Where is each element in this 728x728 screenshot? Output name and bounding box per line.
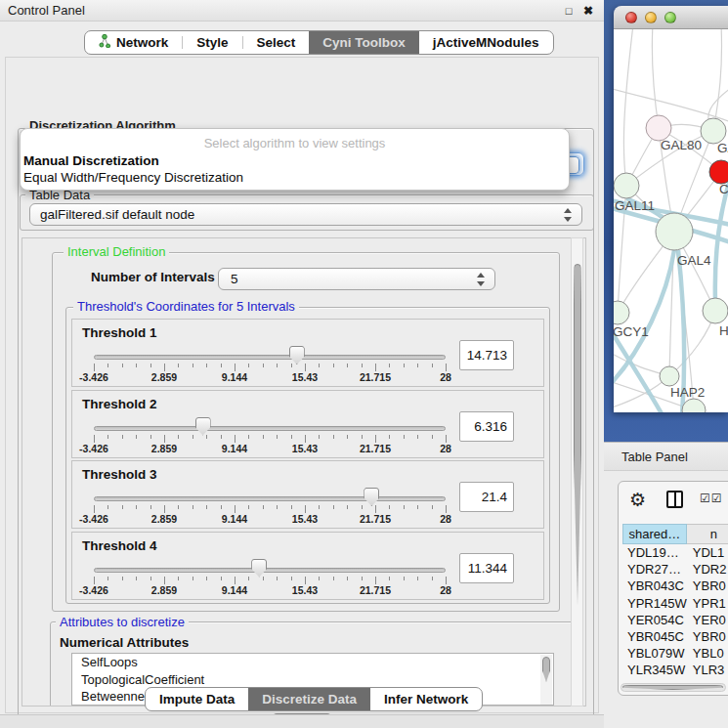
slider-scale-label: 2.859 bbox=[151, 584, 177, 596]
cell-shared-name[interactable]: YBR043C bbox=[622, 578, 689, 594]
network-node-gal11[interactable] bbox=[614, 173, 639, 198]
spinner-arrows-icon[interactable] bbox=[477, 273, 486, 286]
tab-style[interactable]: Style bbox=[183, 31, 241, 54]
network-node-gal4[interactable] bbox=[656, 213, 693, 250]
cell-shared-name[interactable]: YBR045C bbox=[622, 628, 689, 645]
tab-select[interactable]: Select bbox=[243, 31, 310, 54]
slider-thumb[interactable] bbox=[364, 488, 379, 506]
table-row[interactable]: YPR145WYPR1 bbox=[622, 595, 728, 612]
threshold-value-field[interactable]: 11.344 bbox=[459, 553, 514, 583]
slider-scale-label: 21.715 bbox=[360, 443, 391, 454]
cell-name[interactable]: YDL1 bbox=[689, 544, 728, 561]
node-label: GAL80 bbox=[661, 138, 702, 152]
tab-label: Select bbox=[257, 35, 296, 50]
dropdown-item-manual-discretization[interactable]: Manual Discretization bbox=[21, 152, 569, 169]
close-panel-icon[interactable]: ✖ bbox=[580, 0, 596, 21]
network-graph: GAL80GACGAL11GAL4GCY1HHAP2 bbox=[614, 29, 728, 412]
column-header-name[interactable]: n bbox=[687, 524, 728, 544]
table-row[interactable]: YBR043CYBR0 bbox=[622, 578, 728, 594]
column-header-shared-name[interactable]: shared… bbox=[622, 524, 687, 544]
threshold-value-field[interactable]: 6.316 bbox=[459, 411, 514, 442]
scrollbar-thumb[interactable] bbox=[622, 685, 723, 690]
table-horizontal-scrollbar[interactable] bbox=[621, 683, 726, 692]
tab-jactivemnodules[interactable]: jActiveMNodules bbox=[419, 31, 553, 54]
bottom-strip bbox=[0, 714, 604, 728]
slider-scale: -3.4262.8599.14415.4321.71528 bbox=[94, 513, 446, 525]
mac-close-button[interactable] bbox=[625, 12, 637, 23]
scrollbar-thumb[interactable] bbox=[542, 657, 550, 682]
attribute-list-item[interactable]: TopologicalCoefficient bbox=[72, 671, 553, 689]
table-row[interactable]: YER054CYER0 bbox=[622, 612, 728, 628]
node-label: HAP2 bbox=[670, 385, 705, 400]
cell-shared-name[interactable]: YDL19… bbox=[622, 544, 689, 561]
cell-shared-name[interactable]: YDR27… bbox=[622, 561, 689, 578]
network-window-titlebar[interactable] bbox=[614, 6, 728, 29]
cell-name[interactable]: YER0 bbox=[689, 612, 728, 628]
table-data-value: galFiltered.sif default node bbox=[40, 207, 194, 222]
slider-thumb[interactable] bbox=[289, 346, 305, 364]
checkbox-icons[interactable]: ☑☑ bbox=[700, 492, 723, 505]
slider-track[interactable] bbox=[94, 568, 446, 573]
mac-zoom-button[interactable] bbox=[664, 12, 676, 23]
cell-name[interactable]: YBR0 bbox=[689, 578, 728, 594]
scrollbar-thumb[interactable] bbox=[574, 264, 581, 606]
tab-network[interactable]: Network bbox=[85, 31, 182, 54]
slider-scale-label: 9.144 bbox=[222, 371, 247, 383]
tab-label: Discretize Data bbox=[262, 692, 357, 707]
settings-vertical-scrollbar[interactable] bbox=[571, 237, 583, 707]
cell-shared-name[interactable]: YLR345W bbox=[622, 662, 689, 678]
cell-shared-name[interactable]: YPR145W bbox=[622, 595, 689, 612]
table-row[interactable]: YBR045CYBR0 bbox=[622, 628, 728, 645]
tab-impute-data[interactable]: Impute Data bbox=[146, 688, 248, 710]
network-canvas[interactable]: GAL80GACGAL11GAL4GCY1HHAP2 bbox=[614, 29, 728, 412]
slider-scale-label: 28 bbox=[440, 584, 451, 596]
slider-track[interactable] bbox=[94, 496, 446, 501]
attribute-list-item[interactable]: SelfLoops bbox=[72, 654, 553, 671]
cell-name[interactable]: YLR3 bbox=[689, 662, 728, 678]
threshold-value-field[interactable]: 14.713 bbox=[459, 340, 514, 370]
slider-thumb[interactable] bbox=[251, 559, 267, 578]
slider-thumb[interactable] bbox=[195, 417, 211, 436]
float-window-icon[interactable]: □ bbox=[561, 0, 577, 21]
slider-scale-label: 21.715 bbox=[360, 513, 391, 525]
attributes-scrollbar[interactable] bbox=[540, 655, 552, 706]
cell-shared-name[interactable]: YBL079W bbox=[622, 645, 689, 662]
cell-shared-name[interactable]: YER054C bbox=[622, 612, 689, 628]
threshold-label: Threshold 3 bbox=[82, 467, 157, 482]
table-data-combobox[interactable]: galFiltered.sif default node bbox=[29, 203, 582, 226]
gear-icon[interactable]: ⚙ bbox=[629, 489, 646, 511]
column-layout-icon[interactable] bbox=[666, 491, 683, 508]
control-panel-titlebar: Control Panel □ ✖ bbox=[0, 0, 604, 21]
network-node-c[interactable] bbox=[709, 160, 728, 184]
threshold-label: Threshold 4 bbox=[82, 538, 157, 553]
network-node-hap2[interactable] bbox=[660, 366, 679, 386]
tab-label: Infer Network bbox=[384, 692, 468, 707]
mac-minimize-button[interactable] bbox=[645, 12, 657, 23]
number-of-intervals-spinner[interactable]: 5 bbox=[218, 268, 495, 290]
network-node[interactable] bbox=[682, 399, 706, 412]
slider-scale-label: 9.144 bbox=[222, 443, 247, 454]
table-row[interactable]: YDR27…YDR2 bbox=[622, 561, 728, 578]
slider-track[interactable] bbox=[94, 426, 446, 431]
dropdown-item-equal-width-frequency[interactable]: Equal Width/Frequency Discretization bbox=[21, 169, 569, 186]
table-row[interactable]: YDL19…YDL1 bbox=[622, 544, 728, 561]
tab-infer-network[interactable]: Infer Network bbox=[370, 688, 482, 710]
combobox-arrows-icon[interactable] bbox=[564, 208, 573, 222]
tab-discretize-data[interactable]: Discretize Data bbox=[248, 688, 370, 710]
cell-name[interactable]: YBL0 bbox=[689, 645, 728, 662]
slider-scale-label: 28 bbox=[440, 371, 451, 383]
threshold-value-field[interactable]: 21.4 bbox=[459, 482, 514, 512]
cell-name[interactable]: YDR2 bbox=[689, 561, 728, 578]
thresholds-group-title: Threshold's Coordinates for 5 Intervals bbox=[73, 299, 299, 314]
slider-track[interactable] bbox=[94, 355, 446, 360]
slider-scale-label: -3.426 bbox=[79, 513, 108, 525]
slider-scale-label: -3.426 bbox=[79, 443, 108, 454]
table-row[interactable]: YBL079WYBL0 bbox=[622, 645, 728, 662]
tab-cyni-toolbox[interactable]: Cyni Toolbox bbox=[309, 31, 419, 54]
cell-name[interactable]: YPR1 bbox=[689, 595, 728, 612]
table-row[interactable]: YLR345WYLR3 bbox=[622, 662, 728, 678]
cell-name[interactable]: YBR0 bbox=[689, 628, 728, 645]
network-node-h[interactable] bbox=[703, 298, 728, 323]
network-node-gcy1[interactable] bbox=[614, 301, 629, 324]
number-of-intervals-label: Number of Intervals bbox=[91, 270, 215, 284]
